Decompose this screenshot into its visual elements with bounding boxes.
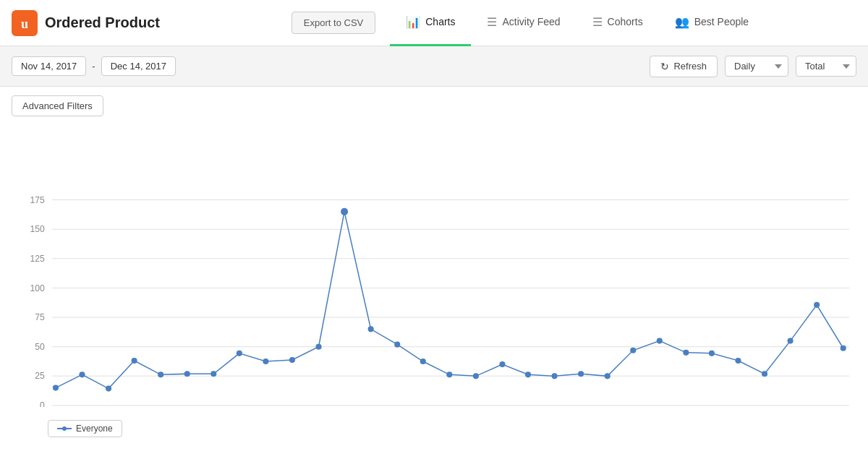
- data-point: [683, 350, 689, 356]
- data-point: [814, 302, 820, 308]
- tab-best-people[interactable]: 👥 Best People: [659, 0, 765, 46]
- data-point: [499, 361, 505, 367]
- aggregation-select[interactable]: Total Unique: [796, 56, 856, 77]
- cohorts-icon: ☰: [592, 15, 603, 29]
- tab-best-people-label: Best People: [694, 16, 749, 27]
- data-point: [709, 351, 715, 356]
- data-point: [762, 371, 767, 377]
- data-point: [132, 358, 137, 364]
- data-point: [605, 373, 610, 379]
- date-start[interactable]: Nov 14, 2017: [12, 56, 86, 76]
- tab-charts[interactable]: 📊 Charts: [390, 0, 471, 46]
- data-point: [237, 351, 242, 356]
- data-point: [158, 371, 163, 377]
- data-point: [735, 358, 741, 364]
- data-point: [394, 342, 400, 348]
- refresh-label: Refresh: [673, 61, 707, 72]
- chart-line: [56, 212, 843, 389]
- logo-area: u Ordered Product: [12, 10, 200, 36]
- data-point: [289, 357, 295, 363]
- data-point: [106, 386, 111, 392]
- data-point: [552, 373, 558, 379]
- chart-area: Advanced Filters 0 25 50 75 100 125 150 …: [0, 87, 868, 446]
- legend-everyone-label: Everyone: [76, 424, 113, 434]
- svg-text:25: 25: [35, 371, 45, 381]
- app-header: u Ordered Product Export to CSV 📊 Charts…: [0, 0, 868, 46]
- date-end[interactable]: Dec 14, 2017: [101, 56, 176, 76]
- tab-charts-label: Charts: [425, 16, 455, 27]
- main-nav: 📊 Charts ☰ Activity Feed ☰ Cohorts 👥 Bes…: [390, 0, 765, 46]
- data-point: [210, 371, 216, 377]
- legend-line-icon: [57, 428, 72, 429]
- data-point: [578, 371, 584, 377]
- refresh-button[interactable]: ↻ Refresh: [650, 56, 718, 77]
- date-range: Nov 14, 2017 - Dec 14, 2017: [12, 56, 176, 76]
- data-point: [368, 326, 374, 332]
- data-point: [79, 371, 85, 377]
- advanced-filters-button[interactable]: Advanced Filters: [12, 95, 103, 116]
- data-point: [841, 345, 846, 351]
- svg-text:100: 100: [30, 283, 45, 293]
- activity-feed-icon: ☰: [487, 15, 497, 29]
- export-csv-button[interactable]: Export to CSV: [292, 12, 375, 34]
- data-point: [184, 371, 190, 377]
- tab-activity-feed[interactable]: ☰ Activity Feed: [471, 0, 576, 46]
- header-center: Export to CSV 📊 Charts ☰ Activity Feed ☰…: [200, 0, 856, 46]
- data-point-peak: [341, 208, 348, 215]
- data-point: [420, 358, 426, 364]
- svg-text:75: 75: [35, 312, 45, 322]
- tab-cohorts-label: Cohorts: [608, 16, 643, 27]
- refresh-icon: ↻: [660, 61, 669, 72]
- tab-activity-feed-label: Activity Feed: [502, 16, 560, 27]
- svg-text:175: 175: [30, 195, 45, 205]
- data-point: [446, 371, 452, 377]
- svg-text:0: 0: [40, 400, 45, 407]
- svg-text:50: 50: [35, 342, 45, 352]
- data-point: [788, 338, 793, 344]
- toolbar: Nov 14, 2017 - Dec 14, 2017 ↻ Refresh Da…: [0, 46, 868, 87]
- data-point: [53, 385, 59, 391]
- data-point: [657, 338, 663, 344]
- line-chart-svg: 0 25 50 75 100 125 150 175: [12, 125, 856, 407]
- chart-container: 0 25 50 75 100 125 150 175: [12, 125, 856, 407]
- frequency-select[interactable]: Daily Weekly Monthly: [725, 56, 788, 77]
- svg-text:u: u: [21, 17, 28, 31]
- data-point: [263, 358, 268, 364]
- date-separator: -: [92, 61, 95, 72]
- toolbar-right: ↻ Refresh Daily Weekly Monthly Total Uni…: [650, 56, 856, 77]
- chart-legend: Everyone: [12, 414, 856, 446]
- charts-icon: 📊: [406, 15, 420, 29]
- tab-cohorts[interactable]: ☰ Cohorts: [576, 0, 659, 46]
- data-point: [315, 344, 321, 350]
- svg-text:150: 150: [30, 224, 45, 234]
- best-people-icon: 👥: [675, 15, 689, 29]
- data-point: [525, 371, 531, 377]
- data-point: [473, 373, 479, 379]
- app-logo-icon: u: [12, 10, 38, 36]
- legend-everyone[interactable]: Everyone: [48, 420, 122, 437]
- page-title: Ordered Product: [45, 14, 160, 31]
- svg-text:125: 125: [30, 254, 45, 264]
- data-point: [630, 348, 636, 353]
